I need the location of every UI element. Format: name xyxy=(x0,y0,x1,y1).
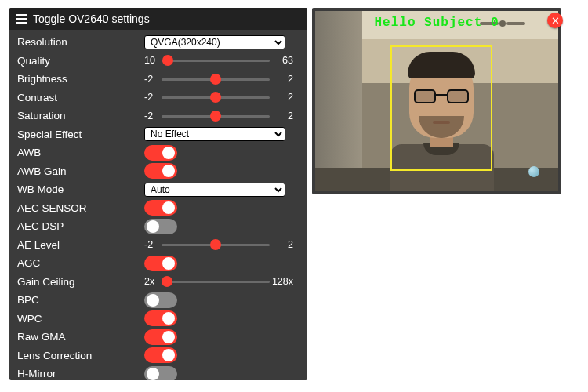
row-ae-level: AE Level -2 2 xyxy=(17,236,299,255)
awb-gain-toggle[interactable] xyxy=(144,163,177,179)
aec-dsp-toggle[interactable] xyxy=(144,219,177,234)
row-agc: AGC xyxy=(17,254,299,273)
settings-list: Resolution QVGA(320x240) Quality 10 63 B… xyxy=(9,30,307,380)
label-lens-correction: Lens Correction xyxy=(17,350,144,361)
settings-panel: Toggle OV2640 settings Resolution QVGA(3… xyxy=(9,8,307,380)
wpc-toggle[interactable] xyxy=(144,310,177,326)
camera-preview: Hello Subject 0 xyxy=(312,8,561,194)
label-resolution: Resolution xyxy=(17,36,144,48)
label-ae-level: AE Level xyxy=(17,239,144,251)
label-wpc: WPC xyxy=(17,313,144,325)
label-quality: Quality xyxy=(17,55,144,67)
row-contrast: Contrast -2 2 xyxy=(17,89,299,107)
h-mirror-toggle[interactable] xyxy=(144,366,177,380)
saturation-slider[interactable] xyxy=(162,110,270,122)
watermark-icon xyxy=(528,166,539,177)
label-h-mirror: H-Mirror xyxy=(17,368,144,379)
gain-ceiling-min: 2x xyxy=(144,276,162,287)
camera-frame: Hello Subject 0 xyxy=(315,11,558,191)
row-raw-gma: Raw GMA xyxy=(17,328,299,347)
contrast-slider[interactable] xyxy=(162,91,270,103)
row-wpc: WPC xyxy=(17,310,299,328)
panel-title: Toggle OV2640 settings xyxy=(33,13,150,25)
row-awb: AWB xyxy=(17,143,299,162)
brightness-max: 2 xyxy=(270,74,293,85)
ae-level-slider[interactable] xyxy=(162,238,270,251)
contrast-max: 2 xyxy=(270,92,293,103)
label-bpc: BPC xyxy=(17,294,144,306)
brightness-slider[interactable] xyxy=(162,73,270,85)
bpc-toggle[interactable] xyxy=(144,292,177,308)
row-brightness: Brightness -2 2 xyxy=(17,70,299,89)
quality-slider[interactable] xyxy=(162,54,270,67)
label-wb-mode: WB Mode xyxy=(17,183,144,195)
saturation-max: 2 xyxy=(270,111,293,122)
brightness-min: -2 xyxy=(144,74,162,85)
gain-ceiling-slider[interactable] xyxy=(162,275,270,288)
ae-level-max: 2 xyxy=(270,239,293,250)
label-agc: AGC xyxy=(17,257,144,269)
label-awb: AWB xyxy=(17,147,144,158)
label-gain-ceiling: Gain Ceiling xyxy=(17,276,144,288)
row-h-mirror: H-Mirror xyxy=(17,365,299,380)
special-effect-select[interactable]: No Effect xyxy=(144,127,285,141)
label-aec-dsp: AEC DSP xyxy=(17,220,144,232)
label-awb-gain: AWB Gain xyxy=(17,165,144,177)
resolution-select[interactable]: QVGA(320x240) xyxy=(144,35,285,49)
ae-level-min: -2 xyxy=(144,239,162,250)
detection-overlay-text: Hello Subject 0 xyxy=(315,16,558,30)
saturation-min: -2 xyxy=(144,111,162,122)
row-lens-correction: Lens Correction xyxy=(17,347,299,365)
agc-toggle[interactable] xyxy=(144,256,177,271)
close-button[interactable]: ✕ xyxy=(547,13,563,28)
raw-gma-toggle[interactable] xyxy=(144,329,177,345)
aec-sensor-toggle[interactable] xyxy=(144,200,177,216)
label-brightness: Brightness xyxy=(17,73,144,85)
row-saturation: Saturation -2 2 xyxy=(17,107,299,125)
row-special-effect: Special Effect No Effect xyxy=(17,125,299,144)
row-aec-dsp: AEC DSP xyxy=(17,217,299,236)
label-saturation: Saturation xyxy=(17,110,144,122)
label-special-effect: Special Effect xyxy=(17,129,144,140)
quality-max: 63 xyxy=(270,55,293,66)
row-aec-sensor: AEC SENSOR xyxy=(17,199,299,218)
label-contrast: Contrast xyxy=(17,92,144,103)
close-icon: ✕ xyxy=(551,15,560,27)
row-awb-gain: AWB Gain xyxy=(17,162,299,181)
face-detection-box xyxy=(390,45,492,171)
quality-min: 10 xyxy=(144,55,162,66)
row-gain-ceiling: Gain Ceiling 2x 128x xyxy=(17,273,299,292)
label-aec-sensor: AEC SENSOR xyxy=(17,202,144,214)
contrast-min: -2 xyxy=(144,92,162,103)
row-wb-mode: WB Mode Auto xyxy=(17,180,299,199)
row-bpc: BPC xyxy=(17,291,299,310)
gain-ceiling-max: 128x xyxy=(270,276,293,287)
row-resolution: Resolution QVGA(320x240) xyxy=(17,33,299,52)
label-raw-gma: Raw GMA xyxy=(17,331,144,343)
row-quality: Quality 10 63 xyxy=(17,52,299,71)
wb-mode-select[interactable]: Auto xyxy=(144,183,285,197)
lens-correction-toggle[interactable] xyxy=(144,347,177,363)
awb-toggle[interactable] xyxy=(144,145,177,161)
menu-icon[interactable] xyxy=(16,14,27,24)
panel-header: Toggle OV2640 settings xyxy=(9,8,307,30)
